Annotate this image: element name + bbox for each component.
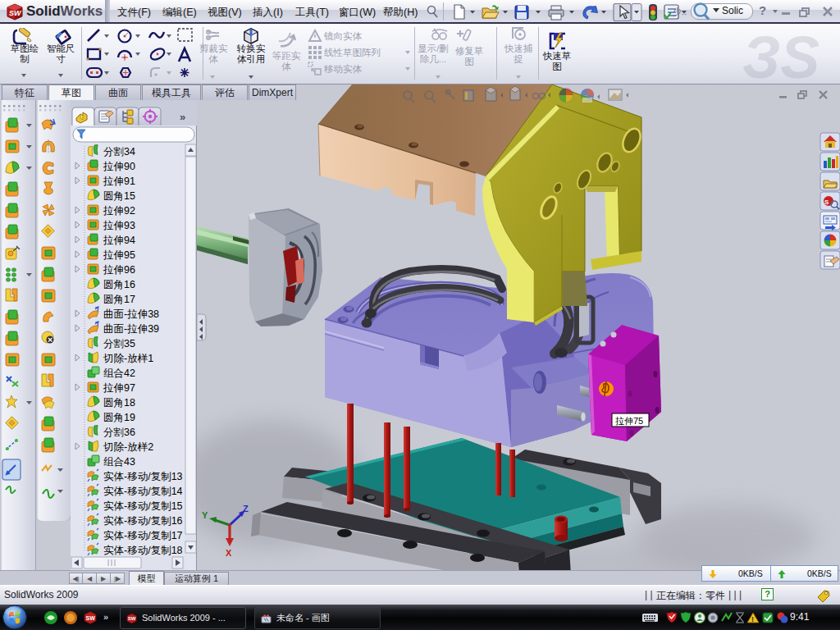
svg-text:!: ! — [751, 615, 754, 623]
svg-text:曲面-拉伸38: 曲面-拉伸38 — [103, 308, 159, 320]
svg-text:»: » — [180, 111, 185, 123]
svg-text:组合42: 组合42 — [103, 368, 135, 379]
svg-text:拉伸90: 拉伸90 — [103, 161, 135, 172]
svg-text:分割35: 分割35 — [103, 338, 135, 349]
svg-text:实体-移动/复制16: 实体-移动/复制16 — [103, 515, 183, 527]
svg-text:圆角16: 圆角16 — [103, 279, 135, 290]
svg-text:实体-移动/复制13: 实体-移动/复制13 — [103, 471, 183, 482]
svg-text:拉伸75: 拉伸75 — [615, 416, 643, 426]
svg-text:分割34: 分割34 — [103, 146, 135, 158]
svg-text:拉伸93: 拉伸93 — [103, 220, 135, 231]
svg-text:S: S — [824, 199, 829, 206]
svg-text:圆角18: 圆角18 — [103, 397, 135, 409]
svg-text:拉伸96: 拉伸96 — [103, 264, 135, 276]
svg-text:实体-移动/复制17: 实体-移动/复制17 — [103, 530, 183, 541]
svg-text:Y: Y — [202, 510, 208, 520]
svg-text:拉伸91: 拉伸91 — [103, 176, 135, 187]
svg-text:实体-移动/复制15: 实体-移动/复制15 — [103, 500, 183, 512]
svg-text:切除-放样1: 切除-放样1 — [103, 353, 153, 364]
svg-text:»: » — [103, 612, 108, 622]
svg-text:分割36: 分割36 — [103, 427, 135, 438]
svg-text:拉伸95: 拉伸95 — [103, 249, 135, 261]
svg-text:Z: Z — [243, 504, 249, 514]
svg-text:圆角15: 圆角15 — [103, 190, 135, 202]
svg-text:曲面-拉伸39: 曲面-拉伸39 — [103, 323, 159, 335]
svg-text:实体-移动/复制18: 实体-移动/复制18 — [103, 545, 183, 556]
svg-text:SW: SW — [9, 9, 22, 17]
svg-text:组合43: 组合43 — [103, 456, 135, 468]
svg-text:切除-放样2: 切除-放样2 — [103, 441, 153, 453]
svg-text:SW: SW — [86, 615, 96, 621]
svg-text:拉伸94: 拉伸94 — [103, 235, 135, 246]
svg-text:圆角19: 圆角19 — [103, 412, 135, 423]
svg-text:圆角17: 圆角17 — [103, 294, 135, 305]
svg-text:SW: SW — [128, 615, 136, 621]
svg-text:拉伸97: 拉伸97 — [103, 382, 135, 394]
svg-text:拉伸92: 拉伸92 — [103, 205, 135, 217]
svg-text:实体-移动/复制14: 实体-移动/复制14 — [103, 486, 183, 497]
svg-text:X: X — [226, 548, 232, 558]
